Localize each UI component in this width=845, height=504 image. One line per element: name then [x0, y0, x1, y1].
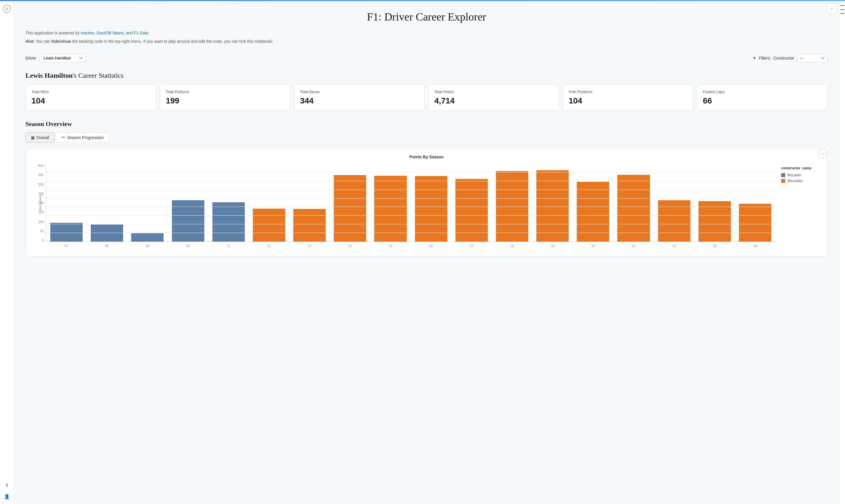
x-label-'18: '18: [491, 242, 532, 251]
legend-title: constructor_name: [781, 166, 822, 170]
x-label-'09: '09: [127, 242, 167, 251]
tab-overall[interactable]: ▦ Overall: [25, 132, 55, 143]
bar-group-'18: [492, 164, 532, 241]
legend-mercedes: Mercedes: [781, 179, 822, 183]
bar-'23: [699, 201, 731, 241]
bar-group-'16: [411, 164, 451, 241]
x-label-'19: '19: [532, 242, 573, 251]
driver-label: Driver: [25, 56, 36, 60]
stat-card-2: Total Races 344: [294, 84, 425, 111]
sidebar: ○ ℹ 👤: [0, 1, 14, 504]
bar-group-'22: [654, 164, 695, 241]
stat-card-3: Total Points 4,714: [428, 84, 559, 111]
grid-line-100: [46, 224, 775, 224]
stat-value-1: 199: [166, 96, 285, 106]
stat-card-4: Pole Positions 104: [563, 84, 694, 111]
x-label-'21: '21: [613, 242, 654, 251]
grid-line-50: [46, 233, 775, 233]
tabs-row: ▦ Overall〜 Season Progression: [25, 132, 828, 143]
stat-value-2: 344: [300, 96, 419, 106]
chart-menu-button[interactable]: ···: [818, 149, 827, 158]
bar-'13: [293, 209, 326, 241]
chart-inner: total_points 0 50 100 150 200 250 300 35…: [32, 164, 822, 251]
stat-card-1: Total Podiums 199: [160, 84, 291, 111]
grid-line-250: [46, 198, 775, 199]
stat-card-0: Total Wins 104: [25, 84, 156, 111]
controls-row: Driver Lewis Hamilton Max Verstappen Fer…: [25, 54, 828, 65]
bar-group-'08: [87, 164, 127, 241]
panel-line-1: [840, 5, 844, 6]
marimo-link[interactable]: marimo: [80, 31, 94, 35]
stat-label-4: Pole Positions: [569, 90, 687, 94]
x-label-'07: '07: [46, 242, 86, 251]
season-overview-title: Season Overview: [25, 120, 828, 128]
bar-chart-icon: ▦: [31, 135, 35, 140]
stat-label-1: Total Podiums: [166, 90, 285, 94]
bar-group-'20: [573, 164, 613, 241]
filters-label: Filters:: [759, 56, 771, 60]
line-chart-icon: 〜: [61, 135, 65, 140]
career-title-suffix: 's Career Statistics: [73, 72, 123, 79]
menu-button[interactable]: ···: [827, 3, 837, 14]
stat-label-3: Total Points: [434, 90, 553, 94]
info-icon[interactable]: ℹ: [3, 481, 11, 489]
bar-'15: [374, 176, 407, 241]
stat-value-4: 104: [569, 96, 687, 106]
bar-'21: [617, 175, 650, 241]
bar-group-'10: [168, 164, 208, 241]
chart-area: total_points 0 50 100 150 200 250 300 35…: [32, 164, 775, 251]
hint-text: Hint: You can hide/show the backing code…: [25, 38, 828, 44]
tab-season-progression[interactable]: 〜 Season Progression: [56, 132, 109, 143]
grid-line-300: [46, 190, 775, 190]
mercedes-label: Mercedes: [788, 179, 803, 183]
top-right-menu: ···: [827, 3, 837, 14]
bar-group-'19: [532, 164, 573, 241]
page-title: F1: Driver Career Explorer: [25, 11, 828, 23]
bar-group-'23: [695, 164, 735, 241]
career-section-title: Lewis Hamilton's Career Statistics: [25, 72, 828, 79]
duckdb-link[interactable]: DuckDB Wasm: [96, 31, 124, 35]
bar-group-'24: [735, 164, 775, 241]
bar-'16: [415, 176, 447, 241]
stat-label-5: Fastest Laps: [703, 90, 822, 94]
user-icon[interactable]: 👤: [3, 492, 11, 501]
mclaren-label: McLaren: [788, 173, 801, 177]
bar-'22: [658, 200, 690, 241]
x-label-'22: '22: [654, 242, 694, 251]
bar-'18: [496, 171, 528, 241]
x-label-'17: '17: [451, 242, 491, 251]
grid-line-350: [46, 181, 775, 181]
right-panel: [839, 1, 845, 504]
y-axis: 0 50 100 150 200 250 300 350 400: [32, 164, 46, 242]
x-label-'12: '12: [249, 242, 289, 251]
stat-label-2: Total Races: [300, 90, 419, 94]
content-area: F1: Driver Career Explorer This applicat…: [14, 1, 839, 504]
bar-'09: [131, 233, 164, 241]
bar-group-'15: [370, 164, 411, 241]
x-label-'08: '08: [86, 242, 127, 251]
bar-group-'09: [127, 164, 168, 241]
x-label-'15: '15: [370, 242, 411, 251]
bar-'11: [212, 202, 245, 241]
bar-'12: [253, 209, 285, 241]
bar-'17: [455, 179, 488, 241]
grid-line-200: [46, 206, 775, 207]
bar-'08: [91, 224, 123, 241]
driver-select[interactable]: Lewis Hamilton Max Verstappen Fernando A…: [40, 54, 86, 62]
stat-value-5: 66: [703, 96, 822, 106]
legend-mclaren: McLaren: [781, 173, 822, 177]
bar-group-'07: [46, 164, 87, 241]
bar-group-'14: [330, 164, 370, 241]
x-label-'11: '11: [208, 242, 249, 251]
stat-value-3: 4,714: [434, 96, 553, 106]
stats-grid: Total Wins 104 Total Podiums 199 Total R…: [25, 84, 828, 111]
f1data-link[interactable]: F1 Data: [134, 31, 148, 35]
driver-control: Driver Lewis Hamilton Max Verstappen Fer…: [25, 54, 86, 62]
x-label-'10: '10: [168, 242, 208, 251]
bar-'10: [172, 200, 204, 241]
stat-value-0: 104: [32, 96, 150, 106]
constructor-select[interactable]: -- Mercedes McLaren Ferrari Red Bull: [796, 54, 828, 62]
mercedes-color: [781, 179, 785, 183]
x-label-'23: '23: [695, 242, 735, 251]
bar-group-'11: [208, 164, 249, 241]
